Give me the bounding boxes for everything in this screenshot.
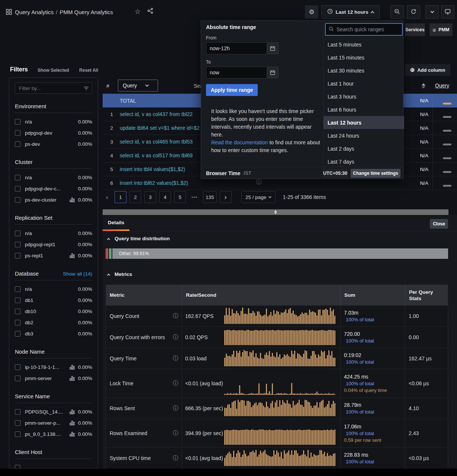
refresh-interval-dropdown[interactable]: [425, 5, 439, 19]
query-link[interactable]: insert into tbl62 values($1,$2): [116, 180, 395, 186]
details-tab[interactable]: Details: [108, 220, 124, 225]
percent-of-total-link[interactable]: 100% of total: [344, 338, 405, 344]
query-column-dropdown[interactable]: Query: [118, 80, 158, 91]
add-column-button[interactable]: ⊕ Add column: [405, 64, 450, 76]
percent-of-total-link[interactable]: 100% of total: [344, 409, 405, 415]
percent-of-total-link[interactable]: 100% of total: [344, 431, 405, 436]
filter-item-label: db10: [25, 309, 78, 314]
checkbox[interactable]: [15, 242, 20, 247]
checkbox[interactable]: [15, 119, 20, 125]
checkbox[interactable]: [15, 364, 20, 370]
info-icon[interactable]: ⓘ: [256, 179, 261, 186]
share-icon[interactable]: [147, 8, 153, 15]
checkbox[interactable]: [15, 186, 20, 192]
checkbox[interactable]: [15, 253, 20, 258]
pmm-menu-button[interactable]: ≡ PMM: [429, 23, 453, 36]
read-documentation-link[interactable]: Read the documentation: [211, 139, 268, 145]
kiosk-mode-button[interactable]: [441, 5, 454, 19]
info-icon[interactable]: ⓘ: [173, 355, 178, 362]
pagination-ellipsis[interactable]: •••: [189, 194, 200, 200]
quick-range-last-12-hours[interactable]: Last 12 hours: [324, 116, 404, 129]
percent-of-total-link[interactable]: 100% of total: [344, 381, 405, 386]
percent-of-total-link[interactable]: 100% of total: [344, 317, 405, 322]
checkbox[interactable]: [15, 409, 20, 415]
info-icon[interactable]: ⓘ: [173, 455, 178, 461]
checkbox[interactable]: [15, 376, 20, 381]
last-page-button[interactable]: 135: [203, 191, 217, 203]
filter-search-input[interactable]: [15, 83, 92, 94]
page-button-5[interactable]: 5: [174, 191, 186, 203]
page-button-3[interactable]: 3: [144, 191, 156, 203]
sparkline-column-header[interactable]: Query: [435, 83, 449, 89]
quick-range-last-1-hour[interactable]: Last 1 hour: [324, 77, 404, 90]
filter-item-ps-dev: ps-dev0.00%: [15, 138, 92, 149]
zoom-out-button[interactable]: [390, 5, 404, 19]
page-button-4[interactable]: 4: [159, 191, 171, 203]
checkbox[interactable]: [15, 320, 20, 325]
checkbox[interactable]: [15, 309, 20, 314]
apply-time-range-button[interactable]: Apply time range: [206, 84, 258, 96]
from-input[interactable]: [206, 42, 267, 54]
checkbox[interactable]: [15, 431, 20, 437]
filter-item-label: pmm-server: [25, 376, 70, 381]
checkbox[interactable]: [15, 175, 20, 180]
checkbox[interactable]: [15, 231, 20, 236]
sort-icon[interactable]: [422, 83, 425, 89]
quick-range-last-3-hours[interactable]: Last 3 hours: [324, 90, 404, 103]
checkbox[interactable]: [15, 420, 20, 426]
checkbox[interactable]: [15, 197, 20, 203]
checkbox[interactable]: [15, 286, 20, 292]
info-icon[interactable]: ⓘ: [173, 430, 178, 437]
metrics-header[interactable]: Metrics: [107, 271, 132, 277]
checkbox[interactable]: [15, 130, 20, 136]
reset-all-link[interactable]: Reset All: [79, 68, 98, 73]
time-range-picker-button[interactable]: Last 12 hours: [321, 5, 380, 19]
page-size-select[interactable]: 25 / page: [241, 191, 276, 203]
page-button-1[interactable]: 1: [115, 191, 126, 203]
quick-range-last-7-days[interactable]: Last 7 days: [324, 155, 404, 167]
quick-range-last-5-minutes[interactable]: Last 5 minutes: [324, 38, 404, 51]
close-details-button[interactable]: Close: [430, 219, 448, 229]
panel-resize-handle[interactable]: [103, 209, 448, 215]
checkbox[interactable]: [15, 141, 20, 147]
bar-chart-icon[interactable]: [70, 376, 75, 381]
checkbox[interactable]: [15, 331, 20, 337]
info-icon[interactable]: ⓘ: [173, 334, 178, 341]
bar-chart-icon[interactable]: [70, 365, 75, 370]
to-input[interactable]: [206, 67, 267, 78]
quick-ranges-search-input[interactable]: [337, 26, 404, 32]
breadcrumb-section[interactable]: Query Analytics: [15, 9, 54, 15]
favorite-star-icon[interactable]: ☆: [135, 8, 141, 15]
quick-range-last-2-days[interactable]: Last 2 days: [324, 142, 404, 155]
percent-of-total-link[interactable]: 100% of total: [344, 359, 405, 365]
prev-page-button[interactable]: ‹: [103, 193, 112, 201]
checkbox[interactable]: [15, 298, 20, 303]
quick-ranges-search[interactable]: [325, 23, 403, 36]
info-icon[interactable]: ⓘ: [173, 380, 178, 387]
bar-chart-icon[interactable]: [70, 421, 75, 425]
to-calendar-button[interactable]: [267, 67, 279, 78]
bar-chart-icon[interactable]: [70, 432, 75, 437]
info-icon[interactable]: ⓘ: [173, 313, 178, 319]
percent-of-total-link[interactable]: 100% of total: [344, 459, 405, 464]
quick-range-last-30-minutes[interactable]: Last 30 minutes: [324, 64, 404, 77]
bar-chart-icon[interactable]: [70, 409, 75, 414]
from-calendar-button[interactable]: [267, 42, 279, 54]
bar-chart-icon[interactable]: [70, 253, 75, 258]
quick-range-last-24-hours[interactable]: Last 24 hours: [324, 129, 404, 142]
quick-range-last-15-minutes[interactable]: Last 15 minutes: [324, 51, 404, 64]
quick-range-last-6-hours[interactable]: Last 6 hours: [324, 103, 404, 116]
next-page-button[interactable]: ›: [220, 191, 232, 203]
services-button[interactable]: Services: [405, 23, 425, 36]
query-time-distribution-header[interactable]: Query time distribution: [107, 236, 170, 241]
info-icon[interactable]: ⓘ: [173, 405, 178, 412]
apps-grid-icon[interactable]: [6, 9, 12, 16]
bar-chart-icon[interactable]: [70, 197, 75, 202]
checkbox[interactable]: [15, 465, 20, 469]
change-time-settings-button[interactable]: Change time settings: [351, 169, 400, 178]
dashboard-settings-button[interactable]: ⚙: [305, 5, 318, 19]
show-all-link[interactable]: Show all (14): [63, 271, 92, 277]
refresh-button[interactable]: [407, 5, 420, 19]
page-button-2[interactable]: 2: [129, 191, 141, 203]
show-selected-link[interactable]: Show Selected: [38, 68, 69, 73]
